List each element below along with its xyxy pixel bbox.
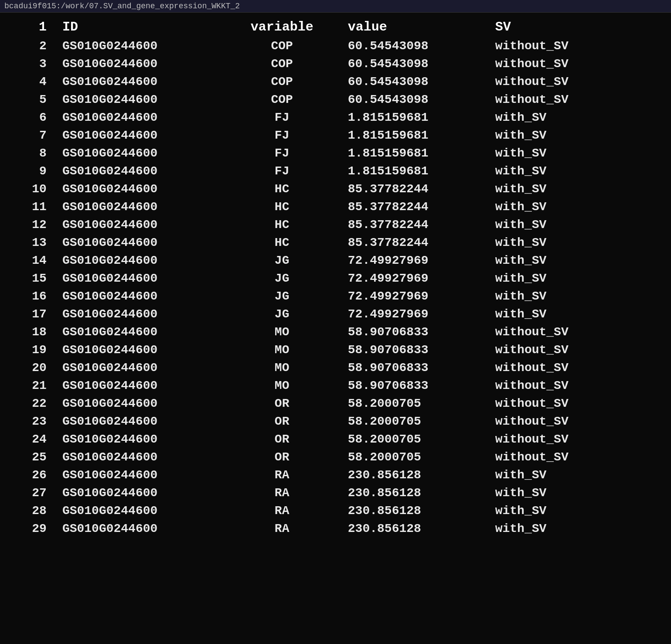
cell-variable: COP [223, 73, 341, 91]
cell-id: 22 [9, 395, 55, 412]
cell-sv: with_SV [488, 234, 662, 252]
cell-gene: GS010G0244600 [55, 269, 223, 287]
cell-gene: GS010G0244600 [55, 73, 223, 91]
cell-sv: without_SV [488, 430, 662, 448]
cell-value: 85.37782244 [341, 180, 488, 198]
cell-id: 28 [9, 502, 55, 520]
cell-variable: FJ [223, 144, 341, 162]
cell-value: 58.90706833 [341, 377, 488, 395]
table-row: 4GS010G0244600COP60.54543098without_SV [9, 73, 662, 91]
cell-gene: GS010G0244600 [55, 126, 223, 144]
cell-variable: HC [223, 234, 341, 252]
cell-gene: GS010G0244600 [55, 109, 223, 126]
table-row: 13GS010G0244600HC85.37782244with_SV [9, 234, 662, 252]
cell-sv: with_SV [488, 502, 662, 520]
table-header-row: 1 ID variable value SV [9, 17, 662, 37]
cell-id: 6 [9, 109, 55, 126]
cell-value: 1.815159681 [341, 144, 488, 162]
cell-gene: GS010G0244600 [55, 287, 223, 305]
cell-gene: GS010G0244600 [55, 216, 223, 234]
cell-variable: MO [223, 359, 341, 377]
cell-value: 230.856128 [341, 502, 488, 520]
header-gene: ID [55, 17, 223, 37]
cell-value: 60.54543098 [341, 55, 488, 73]
cell-value: 58.2000705 [341, 430, 488, 448]
cell-id: 27 [9, 484, 55, 502]
table-row: 7GS010G0244600FJ1.815159681with_SV [9, 126, 662, 144]
cell-variable: COP [223, 55, 341, 73]
cell-sv: without_SV [488, 341, 662, 359]
cell-id: 21 [9, 377, 55, 395]
table-row: 18GS010G0244600MO58.90706833without_SV [9, 323, 662, 341]
cell-variable: JG [223, 287, 341, 305]
cell-id: 24 [9, 430, 55, 448]
table-row: 5GS010G0244600COP60.54543098without_SV [9, 91, 662, 109]
cell-gene: GS010G0244600 [55, 37, 223, 55]
cell-gene: GS010G0244600 [55, 323, 223, 341]
cell-sv: with_SV [488, 180, 662, 198]
cell-value: 58.90706833 [341, 341, 488, 359]
cell-value: 58.2000705 [341, 395, 488, 412]
cell-variable: HC [223, 180, 341, 198]
cell-value: 58.2000705 [341, 412, 488, 430]
cell-gene: GS010G0244600 [55, 341, 223, 359]
cell-value: 72.49927969 [341, 287, 488, 305]
cell-id: 5 [9, 91, 55, 109]
cell-id: 3 [9, 55, 55, 73]
cell-id: 4 [9, 73, 55, 91]
table-row: 9GS010G0244600FJ1.815159681with_SV [9, 162, 662, 180]
cell-gene: GS010G0244600 [55, 520, 223, 538]
cell-value: 85.37782244 [341, 216, 488, 234]
cell-variable: FJ [223, 109, 341, 126]
cell-sv: without_SV [488, 448, 662, 466]
cell-value: 60.54543098 [341, 73, 488, 91]
table-row: 29GS010G0244600RA230.856128with_SV [9, 520, 662, 538]
cell-value: 58.90706833 [341, 323, 488, 341]
cell-sv: without_SV [488, 37, 662, 55]
cell-variable: COP [223, 37, 341, 55]
cell-gene: GS010G0244600 [55, 359, 223, 377]
cell-id: 19 [9, 341, 55, 359]
cell-gene: GS010G0244600 [55, 305, 223, 323]
cell-value: 60.54543098 [341, 91, 488, 109]
cell-gene: GS010G0244600 [55, 252, 223, 269]
cell-variable: COP [223, 91, 341, 109]
cell-sv: without_SV [488, 73, 662, 91]
cell-gene: GS010G0244600 [55, 55, 223, 73]
cell-sv: with_SV [488, 520, 662, 538]
table-container: 1 ID variable value SV 2GS010G0244600COP… [0, 13, 671, 542]
cell-variable: JG [223, 305, 341, 323]
cell-id: 10 [9, 180, 55, 198]
cell-id: 13 [9, 234, 55, 252]
cell-value: 58.90706833 [341, 359, 488, 377]
cell-gene: GS010G0244600 [55, 377, 223, 395]
table-row: 17GS010G0244600JG72.49927969with_SV [9, 305, 662, 323]
data-table: 1 ID variable value SV 2GS010G0244600COP… [9, 17, 662, 538]
cell-gene: GS010G0244600 [55, 412, 223, 430]
cell-sv: without_SV [488, 55, 662, 73]
cell-sv: with_SV [488, 126, 662, 144]
cell-gene: GS010G0244600 [55, 466, 223, 484]
title-bar: bcadui9f015:/work/07.SV_and_gene_express… [0, 0, 671, 13]
table-row: 20GS010G0244600MO58.90706833without_SV [9, 359, 662, 377]
cell-id: 16 [9, 287, 55, 305]
cell-id: 15 [9, 269, 55, 287]
table-row: 11GS010G0244600HC85.37782244with_SV [9, 198, 662, 216]
cell-gene: GS010G0244600 [55, 430, 223, 448]
cell-sv: with_SV [488, 305, 662, 323]
cell-id: 7 [9, 126, 55, 144]
cell-variable: MO [223, 341, 341, 359]
cell-id: 12 [9, 216, 55, 234]
cell-value: 230.856128 [341, 520, 488, 538]
cell-id: 17 [9, 305, 55, 323]
cell-variable: FJ [223, 162, 341, 180]
title-text: bcadui9f015:/work/07.SV_and_gene_express… [4, 2, 240, 10]
cell-sv: with_SV [488, 109, 662, 126]
table-row: 6GS010G0244600FJ1.815159681with_SV [9, 109, 662, 126]
cell-variable: OR [223, 430, 341, 448]
cell-gene: GS010G0244600 [55, 180, 223, 198]
cell-value: 72.49927969 [341, 252, 488, 269]
header-value: value [341, 17, 488, 37]
table-row: 16GS010G0244600JG72.49927969with_SV [9, 287, 662, 305]
cell-variable: RA [223, 466, 341, 484]
